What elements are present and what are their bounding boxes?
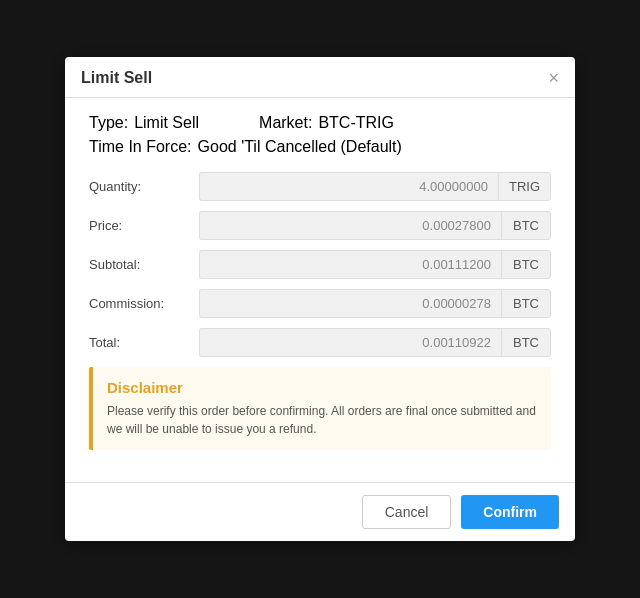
total-input[interactable] [199, 328, 501, 357]
total-unit: BTC [501, 328, 551, 357]
tif-label: Time In Force: [89, 138, 192, 156]
subtotal-row: Subtotal: BTC [89, 250, 551, 279]
fields-container: Quantity: TRIG Price: BTC Subtot [89, 172, 551, 357]
quantity-row: Quantity: TRIG [89, 172, 551, 201]
market-value: BTC-TRIG [318, 114, 394, 132]
type-label: Type: [89, 114, 128, 132]
subtotal-unit: BTC [501, 250, 551, 279]
modal-body: Type: Limit Sell Market: BTC-TRIG Time I… [65, 98, 575, 482]
price-unit: BTC [501, 211, 551, 240]
total-row: Total: BTC [89, 328, 551, 357]
type-market-row: Type: Limit Sell Market: BTC-TRIG [89, 114, 551, 132]
commission-unit: BTC [501, 289, 551, 318]
close-button[interactable]: × [548, 69, 559, 87]
tif-row: Time In Force: Good 'Til Cancelled (Defa… [89, 138, 551, 156]
total-input-group: BTC [199, 328, 551, 357]
quantity-unit: TRIG [498, 172, 551, 201]
cancel-button[interactable]: Cancel [362, 495, 452, 529]
subtotal-input[interactable] [199, 250, 501, 279]
type-value: Limit Sell [134, 114, 199, 132]
subtotal-input-group: BTC [199, 250, 551, 279]
disclaimer-box: Disclaimer Please verify this order befo… [89, 367, 551, 450]
commission-input[interactable] [199, 289, 501, 318]
commission-input-group: BTC [199, 289, 551, 318]
total-label: Total: [89, 335, 199, 350]
confirm-button[interactable]: Confirm [461, 495, 559, 529]
market-item: Market: BTC-TRIG [259, 114, 394, 132]
quantity-input[interactable] [199, 172, 498, 201]
tif-value: Good 'Til Cancelled (Default) [198, 138, 402, 156]
commission-label: Commission: [89, 296, 199, 311]
quantity-input-group: TRIG [199, 172, 551, 201]
disclaimer-text: Please verify this order before confirmi… [107, 402, 537, 438]
price-row: Price: BTC [89, 211, 551, 240]
price-input[interactable] [199, 211, 501, 240]
type-item: Type: Limit Sell [89, 114, 199, 132]
modal-title: Limit Sell [81, 69, 152, 87]
limit-sell-modal: Limit Sell × Type: Limit Sell Market: BT… [65, 57, 575, 541]
disclaimer-title: Disclaimer [107, 379, 537, 396]
price-input-group: BTC [199, 211, 551, 240]
modal-overlay: Limit Sell × Type: Limit Sell Market: BT… [0, 0, 640, 598]
quantity-label: Quantity: [89, 179, 199, 194]
modal-header: Limit Sell × [65, 57, 575, 98]
price-label: Price: [89, 218, 199, 233]
subtotal-label: Subtotal: [89, 257, 199, 272]
market-label: Market: [259, 114, 312, 132]
commission-row: Commission: BTC [89, 289, 551, 318]
modal-footer: Cancel Confirm [65, 482, 575, 541]
